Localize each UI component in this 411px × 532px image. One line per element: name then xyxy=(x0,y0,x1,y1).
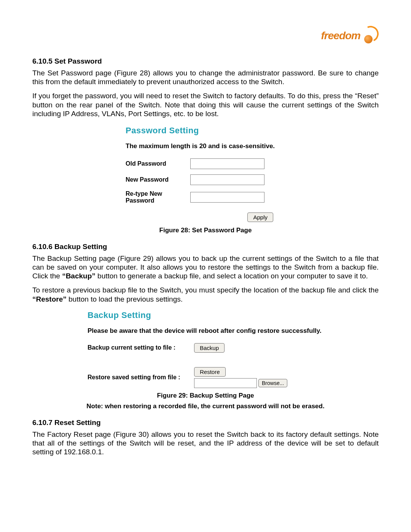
password-panel-subtitle: The maximum length is 20 and is case-sen… xyxy=(126,142,285,150)
figure-28: Password Setting The maximum length is 2… xyxy=(32,123,379,234)
heading-backup-setting: 6.10.6 Backup Setting xyxy=(32,243,379,251)
old-password-label: Old Password xyxy=(126,160,190,167)
backup-setting-para-1: The Backup Setting page (Figure 29) allo… xyxy=(32,254,379,281)
restore-note: Note: when restoring a recorded file, th… xyxy=(32,403,379,410)
heading-set-password: 6.10.5 Set Password xyxy=(32,57,379,66)
reset-setting-para-1: The Factory Reset page (Figure 30) allow… xyxy=(32,430,379,457)
brand-logo-text: freedom xyxy=(321,30,360,42)
heading-reset-setting: 6.10.7 Reset Setting xyxy=(32,419,379,427)
restore-button[interactable]: Restore xyxy=(194,367,226,377)
brand-logo: freedom xyxy=(321,26,379,46)
figure-28-caption: Figure 28: Set Password Page xyxy=(32,227,379,234)
new-password-label: New Password xyxy=(126,176,190,183)
backup-panel-warning: Please be aware that the device will reb… xyxy=(88,327,323,335)
backup-para1-bold: “Backup” xyxy=(62,272,96,280)
backup-para2-a: To restore a previous backup file to the… xyxy=(32,286,379,294)
retype-password-input[interactable] xyxy=(190,192,264,203)
backup-para2-b: button to load the previous settings. xyxy=(67,295,183,303)
backup-para1-b: button to generate a backup file, and se… xyxy=(96,272,368,280)
backup-panel-title: Backup Setting xyxy=(88,310,323,320)
backup-setting-para-2: To restore a previous backup file to the… xyxy=(32,286,379,303)
backup-to-file-label: Backup current setting to file : xyxy=(88,344,194,351)
figure-29: Backup Setting Please be aware that the … xyxy=(32,309,379,410)
brand-logo-graphic xyxy=(361,26,379,46)
restore-from-file-label: Restore saved setting from file : xyxy=(88,374,194,381)
new-password-input[interactable] xyxy=(190,174,264,185)
browse-button[interactable]: Browse... xyxy=(258,379,287,387)
backup-button[interactable]: Backup xyxy=(194,343,225,353)
set-password-para-1: The Set Password page (Figure 28) allows… xyxy=(32,69,379,86)
password-panel-title: Password Setting xyxy=(126,126,285,136)
old-password-input[interactable] xyxy=(190,158,264,169)
figure-29-caption: Figure 29: Backup Setting Page xyxy=(32,392,379,399)
retype-password-label: Re-type New Password xyxy=(126,190,190,204)
restore-file-path-input[interactable] xyxy=(194,378,257,388)
backup-para2-bold: “Restore” xyxy=(32,295,67,303)
set-password-para-2: If you forget the password, you will nee… xyxy=(32,91,379,118)
apply-button[interactable]: Apply xyxy=(247,212,273,222)
